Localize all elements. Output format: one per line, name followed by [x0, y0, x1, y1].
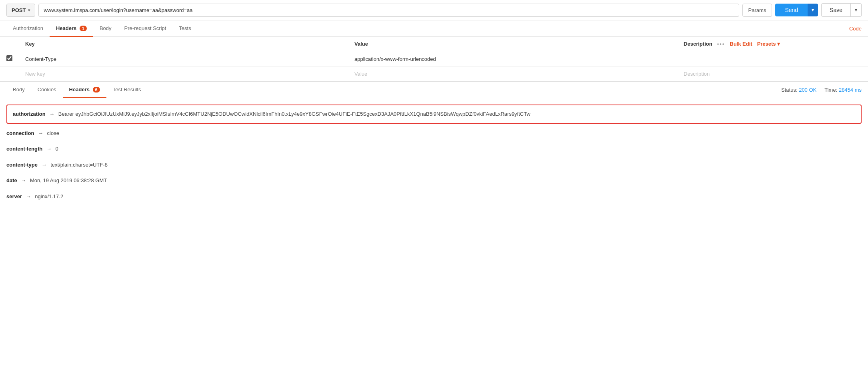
cl-header-key: content-length — [6, 146, 42, 152]
tab-pre-request-script[interactable]: Pre-request Script — [118, 20, 173, 37]
time-value: 28454 ms — [839, 87, 862, 93]
response-header-authorization: authorization → Bearer eyJhbGciOiJIUzUxM… — [6, 105, 862, 124]
save-dropdown-button[interactable]: ▾ — [851, 3, 862, 17]
res-tab-cookies[interactable]: Cookies — [31, 82, 63, 98]
auth-header-key: authorization — [13, 111, 46, 117]
row-checkbox-cell[interactable] — [0, 51, 19, 67]
time-label: Time: 28454 ms — [824, 87, 862, 93]
ct-header-key: content-type — [6, 162, 38, 168]
table-actions: ••• Bulk Edit Presets ▾ — [717, 41, 780, 47]
presets-button[interactable]: Presets ▾ — [757, 41, 780, 47]
col-header-value: Value — [348, 37, 677, 51]
date-header-value: Mon, 19 Aug 2019 06:38:28 GMT — [30, 177, 107, 183]
method-label: POST — [12, 7, 26, 13]
tab-tests[interactable]: Tests — [172, 20, 197, 37]
method-chevron: ▾ — [28, 8, 30, 12]
save-button-group: Save ▾ — [821, 3, 862, 17]
col-header-description: Description ••• Bulk Edit Presets ▾ — [677, 37, 868, 51]
conn-header-key: connection — [6, 130, 34, 136]
new-value-input[interactable]: Value — [348, 67, 677, 81]
response-header-date: date → Mon, 19 Aug 2019 06:38:28 GMT — [6, 173, 862, 189]
top-bar: POST ▾ Params Send ▾ Save ▾ — [0, 0, 868, 20]
date-header-key: date — [6, 177, 17, 183]
send-dropdown-button[interactable]: ▾ — [808, 4, 818, 16]
table-row: Content-Type application/x-www-form-urle… — [0, 51, 868, 67]
response-header-server: server → nginx/1.17.2 — [6, 189, 862, 205]
server-header-arrow: → — [26, 193, 31, 199]
send-button-group: Send ▾ — [775, 4, 818, 16]
bulk-edit-button[interactable]: Bulk Edit — [730, 41, 752, 47]
response-tabs: Body Cookies Headers 6 Test Results Stat… — [0, 82, 868, 98]
col-header-key: Key — [19, 37, 348, 51]
conn-header-arrow: → — [38, 130, 43, 136]
response-header-content-type: content-type → text/plain;charset=UTF-8 — [6, 157, 862, 173]
response-header-connection: connection → close — [6, 125, 862, 141]
cl-header-arrow: → — [46, 146, 52, 152]
auth-header-arrow: → — [49, 111, 54, 117]
url-input[interactable] — [38, 4, 739, 17]
request-headers-table: Key Value Description ••• Bulk Edit Pres… — [0, 37, 868, 81]
res-tab-headers[interactable]: Headers 6 — [63, 82, 106, 98]
response-status: Status: 200 OK Time: 28454 ms — [781, 87, 862, 93]
header-key-cell: Content-Type — [19, 51, 348, 67]
method-selector[interactable]: POST ▾ — [6, 4, 35, 17]
header-value-cell: application/x-www-form-urlencoded — [348, 51, 677, 67]
cl-header-value: 0 — [56, 146, 58, 152]
params-button[interactable]: Params — [742, 4, 772, 17]
res-headers-badge: 6 — [93, 87, 100, 93]
conn-header-value: close — [47, 130, 59, 136]
code-link[interactable]: Code — [849, 26, 862, 32]
status-label: Status: 200 OK — [781, 87, 816, 93]
send-button[interactable]: Send — [775, 4, 808, 16]
date-header-arrow: → — [21, 177, 26, 183]
server-header-value: nginx/1.17.2 — [35, 193, 63, 199]
header-desc-cell — [677, 51, 868, 67]
headers-badge: 1 — [80, 26, 87, 31]
res-tab-body[interactable]: Body — [6, 82, 31, 98]
row-checkbox[interactable] — [6, 55, 12, 61]
auth-header-value: Bearer eyJhbGciOiJIUzUxMiJ9.eyJyb2xlIjoi… — [58, 111, 530, 117]
new-key-row: New key Value Description — [0, 67, 868, 81]
response-headers-content: authorization → Bearer eyJhbGciOiJIUzUxM… — [0, 98, 868, 211]
ct-header-arrow: → — [42, 162, 47, 168]
response-header-content-length: content-length → 0 — [6, 141, 862, 157]
tab-body[interactable]: Body — [93, 20, 118, 37]
new-key-input[interactable]: New key — [19, 67, 348, 81]
tab-headers[interactable]: Headers 1 — [50, 20, 93, 37]
more-options-icon[interactable]: ••• — [717, 41, 725, 47]
server-header-key: server — [6, 193, 22, 199]
tab-authorization[interactable]: Authorization — [6, 20, 50, 37]
save-button[interactable]: Save — [821, 3, 851, 17]
res-tab-test-results[interactable]: Test Results — [106, 82, 148, 98]
status-value: 200 OK — [799, 87, 816, 93]
request-tabs: Authorization Headers 1 Body Pre-request… — [0, 20, 868, 37]
ct-header-value: text/plain;charset=UTF-8 — [50, 162, 108, 168]
new-desc-input[interactable]: Description — [677, 67, 868, 81]
